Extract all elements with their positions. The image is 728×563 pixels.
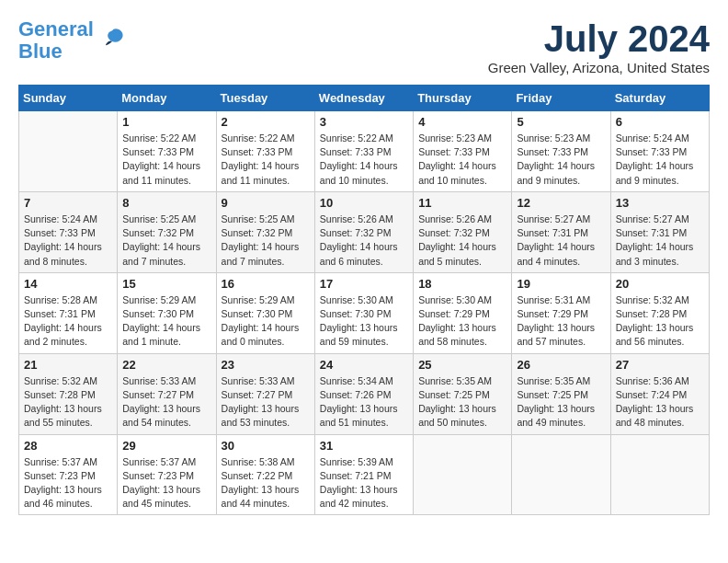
calendar-cell: 29Sunrise: 5:37 AM Sunset: 7:23 PM Dayli… [118,434,216,515]
day-number: 16 [222,277,310,291]
day-number: 4 [418,115,506,129]
calendar-cell [414,434,512,515]
day-info: Sunrise: 5:31 AM Sunset: 7:29 PM Dayligh… [517,293,605,350]
col-header-saturday: Saturday [610,86,709,111]
day-info: Sunrise: 5:23 AM Sunset: 7:33 PM Dayligh… [418,132,506,188]
day-info: Sunrise: 5:26 AM Sunset: 7:32 PM Dayligh… [418,213,506,269]
day-info: Sunrise: 5:29 AM Sunset: 7:30 PM Dayligh… [222,293,310,350]
calendar-table: SundayMondayTuesdayWednesdayThursdayFrid… [18,85,710,515]
calendar-cell: 11Sunrise: 5:26 AM Sunset: 7:32 PM Dayli… [414,191,512,272]
day-info: Sunrise: 5:25 AM Sunset: 7:32 PM Dayligh… [222,213,310,269]
week-row-3: 14Sunrise: 5:28 AM Sunset: 7:31 PM Dayli… [19,272,710,353]
calendar-cell: 25Sunrise: 5:35 AM Sunset: 7:25 PM Dayli… [414,353,512,434]
calendar-cell: 27Sunrise: 5:36 AM Sunset: 7:24 PM Dayli… [610,353,709,434]
calendar-cell: 15Sunrise: 5:29 AM Sunset: 7:30 PM Dayli… [118,272,216,353]
calendar-body: 1Sunrise: 5:22 AM Sunset: 7:33 PM Daylig… [19,111,710,515]
week-row-5: 28Sunrise: 5:37 AM Sunset: 7:23 PM Dayli… [19,434,710,515]
calendar-cell: 17Sunrise: 5:30 AM Sunset: 7:30 PM Dayli… [314,272,413,353]
week-row-1: 1Sunrise: 5:22 AM Sunset: 7:33 PM Daylig… [19,111,710,192]
day-number: 2 [222,115,310,129]
calendar-cell: 9Sunrise: 5:25 AM Sunset: 7:32 PM Daylig… [216,191,314,272]
calendar-cell: 12Sunrise: 5:27 AM Sunset: 7:31 PM Dayli… [512,191,610,272]
day-info: Sunrise: 5:39 AM Sunset: 7:21 PM Dayligh… [320,455,408,511]
calendar-cell: 28Sunrise: 5:37 AM Sunset: 7:23 PM Dayli… [19,434,118,515]
location-subtitle: Green Valley, Arizona, United States [488,60,710,75]
day-info: Sunrise: 5:23 AM Sunset: 7:33 PM Dayligh… [517,132,605,188]
day-info: Sunrise: 5:35 AM Sunset: 7:25 PM Dayligh… [517,374,605,431]
day-number: 25 [418,358,506,372]
day-number: 30 [222,439,310,453]
day-number: 6 [616,115,704,129]
day-number: 31 [320,439,408,453]
calendar-cell: 18Sunrise: 5:30 AM Sunset: 7:29 PM Dayli… [414,272,512,353]
calendar-cell: 22Sunrise: 5:33 AM Sunset: 7:27 PM Dayli… [118,353,216,434]
calendar-cell [19,111,118,192]
calendar-header: SundayMondayTuesdayWednesdayThursdayFrid… [19,86,710,111]
month-year-title: July 2024 [488,18,710,60]
col-header-sunday: Sunday [19,86,118,111]
day-info: Sunrise: 5:33 AM Sunset: 7:27 PM Dayligh… [222,374,310,431]
day-info: Sunrise: 5:37 AM Sunset: 7:23 PM Dayligh… [122,455,210,511]
calendar-cell: 8Sunrise: 5:25 AM Sunset: 7:32 PM Daylig… [118,191,216,272]
calendar-cell: 19Sunrise: 5:31 AM Sunset: 7:29 PM Dayli… [512,272,610,353]
day-info: Sunrise: 5:24 AM Sunset: 7:33 PM Dayligh… [24,213,112,269]
day-number: 20 [616,277,704,291]
day-info: Sunrise: 5:22 AM Sunset: 7:33 PM Dayligh… [222,132,310,188]
day-info: Sunrise: 5:35 AM Sunset: 7:25 PM Dayligh… [418,374,506,431]
day-number: 19 [517,277,605,291]
calendar-cell: 20Sunrise: 5:32 AM Sunset: 7:28 PM Dayli… [610,272,709,353]
day-number: 24 [320,358,408,372]
title-area: July 2024 Green Valley, Arizona, United … [488,18,710,75]
day-number: 7 [24,196,112,210]
col-header-monday: Monday [118,86,216,111]
col-header-thursday: Thursday [414,86,512,111]
day-number: 14 [24,277,112,291]
day-info: Sunrise: 5:27 AM Sunset: 7:31 PM Dayligh… [616,213,704,269]
week-row-2: 7Sunrise: 5:24 AM Sunset: 7:33 PM Daylig… [19,191,710,272]
day-number: 13 [616,196,704,210]
day-info: Sunrise: 5:24 AM Sunset: 7:33 PM Dayligh… [616,132,704,188]
day-info: Sunrise: 5:22 AM Sunset: 7:33 PM Dayligh… [320,132,408,188]
calendar-cell: 16Sunrise: 5:29 AM Sunset: 7:30 PM Dayli… [216,272,314,353]
calendar-cell: 14Sunrise: 5:28 AM Sunset: 7:31 PM Dayli… [19,272,118,353]
col-header-wednesday: Wednesday [314,86,413,111]
day-number: 27 [616,358,704,372]
day-info: Sunrise: 5:32 AM Sunset: 7:28 PM Dayligh… [24,374,112,431]
calendar-cell: 31Sunrise: 5:39 AM Sunset: 7:21 PM Dayli… [314,434,413,515]
day-number: 12 [517,196,605,210]
day-info: Sunrise: 5:32 AM Sunset: 7:28 PM Dayligh… [616,293,704,350]
col-header-friday: Friday [512,86,610,111]
header-row: SundayMondayTuesdayWednesdayThursdayFrid… [19,86,710,111]
day-info: Sunrise: 5:34 AM Sunset: 7:26 PM Dayligh… [320,374,408,431]
logo: General Blue [18,18,127,63]
col-header-tuesday: Tuesday [216,86,314,111]
calendar-cell: 26Sunrise: 5:35 AM Sunset: 7:25 PM Dayli… [512,353,610,434]
day-info: Sunrise: 5:33 AM Sunset: 7:27 PM Dayligh… [122,374,210,431]
day-number: 9 [222,196,310,210]
day-number: 28 [24,439,112,453]
calendar-cell: 13Sunrise: 5:27 AM Sunset: 7:31 PM Dayli… [610,191,709,272]
day-info: Sunrise: 5:30 AM Sunset: 7:29 PM Dayligh… [418,293,506,350]
page-header: General Blue July 2024 Green Valley, Ari… [18,18,710,75]
calendar-cell: 7Sunrise: 5:24 AM Sunset: 7:33 PM Daylig… [19,191,118,272]
calendar-cell: 5Sunrise: 5:23 AM Sunset: 7:33 PM Daylig… [512,111,610,192]
calendar-cell: 1Sunrise: 5:22 AM Sunset: 7:33 PM Daylig… [118,111,216,192]
calendar-cell [610,434,709,515]
day-number: 26 [517,358,605,372]
calendar-cell: 23Sunrise: 5:33 AM Sunset: 7:27 PM Dayli… [216,353,314,434]
calendar-cell: 3Sunrise: 5:22 AM Sunset: 7:33 PM Daylig… [314,111,413,192]
day-number: 15 [122,277,210,291]
calendar-cell: 2Sunrise: 5:22 AM Sunset: 7:33 PM Daylig… [216,111,314,192]
logo-blue: Blue [18,40,94,63]
calendar-cell: 6Sunrise: 5:24 AM Sunset: 7:33 PM Daylig… [610,111,709,192]
calendar-cell: 4Sunrise: 5:23 AM Sunset: 7:33 PM Daylig… [414,111,512,192]
day-number: 8 [122,196,210,210]
day-info: Sunrise: 5:36 AM Sunset: 7:24 PM Dayligh… [616,374,704,431]
calendar-cell [512,434,610,515]
day-info: Sunrise: 5:28 AM Sunset: 7:31 PM Dayligh… [24,293,112,350]
logo-bird-icon [99,25,127,56]
day-info: Sunrise: 5:30 AM Sunset: 7:30 PM Dayligh… [320,293,408,350]
day-info: Sunrise: 5:27 AM Sunset: 7:31 PM Dayligh… [517,213,605,269]
day-info: Sunrise: 5:25 AM Sunset: 7:32 PM Dayligh… [122,213,210,269]
day-number: 23 [222,358,310,372]
